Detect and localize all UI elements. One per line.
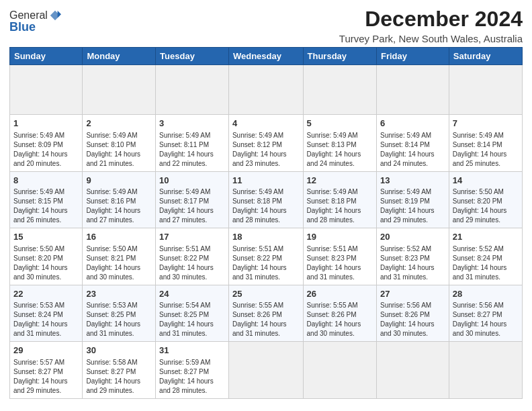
day-number: 22 [13,288,79,300]
day-cell [376,342,449,399]
day-cell: 20Sunrise: 5:52 AM Sunset: 8:23 PM Dayli… [376,228,449,285]
day-cell: 19Sunrise: 5:51 AM Sunset: 8:23 PM Dayli… [303,228,376,285]
day-cell: 4Sunrise: 5:49 AM Sunset: 8:12 PM Daylig… [228,115,303,172]
day-info: Sunrise: 5:55 AM Sunset: 8:26 PM Dayligh… [307,301,373,338]
day-number: 27 [380,288,445,300]
day-info: Sunrise: 5:49 AM Sunset: 8:14 PM Dayligh… [380,131,445,169]
day-info: Sunrise: 5:50 AM Sunset: 8:21 PM Dayligh… [86,244,152,282]
day-info: Sunrise: 5:50 AM Sunset: 8:20 PM Dayligh… [453,187,519,225]
day-cell [449,65,522,115]
day-cell: 17Sunrise: 5:51 AM Sunset: 8:22 PM Dayli… [156,228,229,285]
day-info: Sunrise: 5:57 AM Sunset: 8:27 PM Dayligh… [13,358,79,396]
day-number: 6 [380,118,445,130]
week-row-4: 22Sunrise: 5:53 AM Sunset: 8:24 PM Dayli… [10,285,523,342]
day-cell [303,342,376,399]
day-cell: 18Sunrise: 5:51 AM Sunset: 8:22 PM Dayli… [228,228,303,285]
day-info: Sunrise: 5:49 AM Sunset: 8:17 PM Dayligh… [159,187,225,225]
calendar-header-row: SundayMondayTuesdayWednesdayThursdayFrid… [10,48,523,65]
day-info: Sunrise: 5:56 AM Sunset: 8:26 PM Dayligh… [380,301,445,338]
day-cell: 5Sunrise: 5:49 AM Sunset: 8:13 PM Daylig… [303,115,376,172]
day-cell: 2Sunrise: 5:49 AM Sunset: 8:10 PM Daylig… [83,115,156,172]
day-number: 9 [86,175,152,187]
col-header-saturday: Saturday [449,48,522,65]
day-number: 15 [13,231,79,243]
day-cell: 15Sunrise: 5:50 AM Sunset: 8:20 PM Dayli… [10,228,83,285]
day-info: Sunrise: 5:59 AM Sunset: 8:27 PM Dayligh… [159,358,225,396]
day-cell: 22Sunrise: 5:53 AM Sunset: 8:24 PM Dayli… [10,285,83,342]
day-cell: 30Sunrise: 5:58 AM Sunset: 8:27 PM Dayli… [83,342,156,399]
day-number: 24 [159,288,225,300]
logo: General Blue [9,9,61,34]
day-cell: 31Sunrise: 5:59 AM Sunset: 8:27 PM Dayli… [156,342,229,399]
day-cell: 27Sunrise: 5:56 AM Sunset: 8:26 PM Dayli… [376,285,449,342]
day-number: 20 [380,231,445,243]
svg-marker-1 [58,11,61,18]
day-cell: 23Sunrise: 5:53 AM Sunset: 8:25 PM Dayli… [83,285,156,342]
day-cell: 24Sunrise: 5:54 AM Sunset: 8:25 PM Dayli… [156,285,229,342]
col-header-friday: Friday [376,48,449,65]
day-info: Sunrise: 5:51 AM Sunset: 8:23 PM Dayligh… [307,244,373,282]
day-info: Sunrise: 5:50 AM Sunset: 8:20 PM Dayligh… [13,244,79,282]
day-number: 2 [86,118,152,130]
day-number: 26 [307,288,373,300]
day-number: 18 [232,231,300,243]
day-cell [83,65,156,115]
day-info: Sunrise: 5:49 AM Sunset: 8:13 PM Dayligh… [307,131,373,169]
day-number: 28 [453,288,519,300]
day-cell: 21Sunrise: 5:52 AM Sunset: 8:24 PM Dayli… [449,228,522,285]
day-number: 30 [86,345,152,357]
day-info: Sunrise: 5:49 AM Sunset: 8:15 PM Dayligh… [13,187,79,225]
main-title: December 2024 [339,7,523,32]
day-cell: 9Sunrise: 5:49 AM Sunset: 8:16 PM Daylig… [83,171,156,228]
logo-icon [49,9,61,21]
day-info: Sunrise: 5:56 AM Sunset: 8:27 PM Dayligh… [453,301,519,338]
day-info: Sunrise: 5:49 AM Sunset: 8:11 PM Dayligh… [159,131,225,169]
calendar-table: SundayMondayTuesdayWednesdayThursdayFrid… [9,47,523,399]
col-header-wednesday: Wednesday [228,48,303,65]
day-cell: 29Sunrise: 5:57 AM Sunset: 8:27 PM Dayli… [10,342,83,399]
week-row-0 [10,65,523,115]
logo-blue-text: Blue [9,20,61,34]
day-number: 19 [307,231,373,243]
title-block: December 2024 Turvey Park, New South Wal… [339,7,523,44]
day-number: 14 [453,175,519,187]
day-number: 13 [380,175,445,187]
day-cell [303,65,376,115]
subtitle: Turvey Park, New South Wales, Australia [339,33,523,44]
day-cell: 3Sunrise: 5:49 AM Sunset: 8:11 PM Daylig… [156,115,229,172]
day-info: Sunrise: 5:51 AM Sunset: 8:22 PM Dayligh… [159,244,225,282]
day-cell: 11Sunrise: 5:49 AM Sunset: 8:18 PM Dayli… [228,171,303,228]
day-cell [10,65,83,115]
day-info: Sunrise: 5:49 AM Sunset: 8:18 PM Dayligh… [307,187,373,225]
day-number: 31 [159,345,225,357]
day-info: Sunrise: 5:49 AM Sunset: 8:16 PM Dayligh… [86,187,152,225]
day-info: Sunrise: 5:52 AM Sunset: 8:23 PM Dayligh… [380,244,445,282]
day-cell: 7Sunrise: 5:49 AM Sunset: 8:14 PM Daylig… [449,115,522,172]
day-info: Sunrise: 5:49 AM Sunset: 8:09 PM Dayligh… [13,131,79,169]
col-header-thursday: Thursday [303,48,376,65]
day-cell: 14Sunrise: 5:50 AM Sunset: 8:20 PM Dayli… [449,171,522,228]
col-header-tuesday: Tuesday [156,48,229,65]
day-info: Sunrise: 5:49 AM Sunset: 8:10 PM Dayligh… [86,131,152,169]
day-number: 11 [232,175,300,187]
day-cell: 8Sunrise: 5:49 AM Sunset: 8:15 PM Daylig… [10,171,83,228]
day-cell [228,342,303,399]
day-number: 1 [13,118,79,130]
page-container: General Blue December 2024 Turvey Park, … [0,0,532,406]
day-cell [376,65,449,115]
day-number: 8 [13,175,79,187]
day-number: 16 [86,231,152,243]
day-info: Sunrise: 5:49 AM Sunset: 8:19 PM Dayligh… [380,187,445,225]
day-cell [156,65,229,115]
day-cell: 1Sunrise: 5:49 AM Sunset: 8:09 PM Daylig… [10,115,83,172]
day-number: 21 [453,231,519,243]
day-cell [449,342,522,399]
week-row-5: 29Sunrise: 5:57 AM Sunset: 8:27 PM Dayli… [10,342,523,399]
day-cell: 28Sunrise: 5:56 AM Sunset: 8:27 PM Dayli… [449,285,522,342]
day-cell: 25Sunrise: 5:55 AM Sunset: 8:26 PM Dayli… [228,285,303,342]
day-info: Sunrise: 5:52 AM Sunset: 8:24 PM Dayligh… [453,244,519,282]
col-header-sunday: Sunday [10,48,83,65]
col-header-monday: Monday [83,48,156,65]
day-info: Sunrise: 5:49 AM Sunset: 8:14 PM Dayligh… [453,131,519,169]
day-info: Sunrise: 5:53 AM Sunset: 8:25 PM Dayligh… [86,301,152,338]
